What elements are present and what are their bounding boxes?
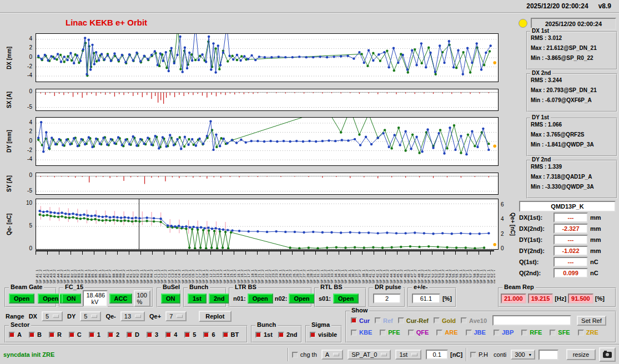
checkbox-box[interactable] [89,332,95,338]
range-qep-select[interactable]: 7 [165,311,187,321]
fc15-on-button[interactable]: ON [62,294,81,304]
sector-checkbox-b[interactable]: B [29,331,42,338]
screenshot-button[interactable] [599,347,616,362]
show-checkbox-gold[interactable]: Gold [434,317,456,324]
checkbox-box[interactable] [494,330,500,336]
show-checkbox-ave10[interactable]: Ave10 [461,317,487,324]
fc15-kv-field[interactable]: 18.486 kV [83,290,108,307]
sector-checkbox-1[interactable]: 1 [89,331,100,338]
bunch-checkbox-2nd[interactable]: 2nd [278,331,298,338]
sector-checkbox-r[interactable]: R [49,331,62,338]
ref-name-entry[interactable] [492,315,571,326]
replot-button[interactable]: Replot [199,311,231,322]
show-group-checkbox-kbe[interactable]: KBE [351,329,372,336]
show-group-checkbox-qfe[interactable]: QFE [408,329,429,336]
epem-label: e+/e- [412,284,429,290]
ph-checkbox[interactable]: P.H [470,351,488,358]
checkbox-box[interactable] [310,332,316,338]
checkbox-box[interactable] [578,330,584,336]
interval-select[interactable]: 300▾ [511,350,535,360]
fc15-percent-field[interactable]: 100 % [134,290,150,307]
checkbox-box[interactable] [470,352,476,358]
checkbox-box[interactable] [351,330,357,336]
bunch-2nd-button[interactable]: 2nd [209,294,230,304]
checkbox-box[interactable] [147,332,153,338]
checkbox-box[interactable] [436,330,442,336]
dx-2nd-label: DX 2nd [530,70,552,76]
checkbox-box[interactable] [165,332,172,338]
range-qem-select[interactable]: 13 [120,311,145,321]
range-dx-select[interactable]: 5 [42,311,63,321]
checkbox-box[interactable] [203,332,209,338]
show-checkbox-cur-ref[interactable]: Cur-Ref [398,317,429,324]
beam-gate-open1-button[interactable]: Open [9,294,34,304]
bpm-name-label: SP_B5_2 [94,255,98,284]
sector-checkbox-c[interactable]: C [69,331,82,338]
checkbox-box[interactable] [127,332,133,338]
bunch-checkbox-1st[interactable]: 1st [255,331,273,338]
checkbox-box[interactable] [434,317,440,323]
set-ref-button[interactable]: Set Ref [577,316,606,326]
show-group-checkbox-jbe[interactable]: JBE [466,329,486,336]
busel-on-button[interactable]: ON [161,294,180,304]
checkbox-box[interactable] [398,317,404,323]
blank-entry[interactable] [539,350,558,360]
sector-checkbox-2[interactable]: 2 [108,331,119,338]
show-group-checkbox-sfe[interactable]: SFE [550,329,570,336]
checkbox-label: 5 [193,331,196,338]
checkbox-box[interactable] [278,332,284,338]
show-checkbox-ref[interactable]: Ref [375,317,393,324]
checkbox-box[interactable] [351,317,357,323]
sector-checkbox-a[interactable]: A [9,331,22,338]
range-dy-select[interactable]: 5 [80,311,101,321]
checkbox-box[interactable] [408,330,414,336]
sector-checkbox-5[interactable]: 5 [184,331,196,338]
checkbox-box[interactable] [49,332,55,338]
checkbox-box[interactable] [380,330,386,336]
checkbox-box[interactable] [184,332,190,338]
sigma-checkbox-visible[interactable]: visible [310,331,337,338]
y-tick-label: 4 [501,216,504,222]
show-frame: Show CurRefCur-RefGoldAve10 Set Ref KBEP… [345,311,616,343]
camera-icon [603,352,612,358]
sector-checkbox-6[interactable]: 6 [203,331,215,338]
bpm-name-label: SP_B1_2 [67,255,70,284]
show-group-checkbox-jbp[interactable]: JBP [494,329,514,336]
bunch-select[interactable]: 1st [395,350,421,360]
bunch-1st-button[interactable]: 1st [188,294,207,304]
checkbox-box[interactable] [69,332,75,338]
show-group-checkbox-rfe[interactable]: RFE [521,329,542,336]
show-group-checkbox-are[interactable]: ARE [436,329,457,336]
show-group-checkbox-pfe[interactable]: PFE [380,329,400,336]
sector-select[interactable]: A [321,350,343,360]
checkbox-box[interactable] [461,317,467,323]
resize-button[interactable]: resize [566,349,596,360]
threshold-entry[interactable]: 0.1 [426,350,448,360]
sector-checkbox-d[interactable]: D [127,331,139,338]
checkbox-box[interactable] [466,330,472,336]
dr-pulse-field[interactable]: 2 [373,294,401,304]
checkbox-box[interactable] [108,332,114,338]
show-group-checkbox-zre[interactable]: ZRE [578,329,598,336]
n02-open-button[interactable]: Open [289,294,314,304]
fc15-acc-button[interactable]: ACC [109,294,133,304]
checkbox-box[interactable] [223,332,229,338]
checkbox-box[interactable] [29,332,35,338]
checkbox-box[interactable] [9,332,15,338]
epem-field[interactable]: 61.1 [412,294,440,304]
checkbox-box[interactable] [292,352,298,358]
sector-checkbox-4[interactable]: 4 [165,331,177,338]
show-checkbox-cur[interactable]: Cur [351,317,370,324]
checkbox-box[interactable] [550,330,556,336]
qep-axis-title: Qe+ [nC] [509,199,516,250]
chg-th-checkbox[interactable]: chg th [292,351,317,358]
n01-open-button[interactable]: Open [248,294,273,304]
checkbox-box[interactable] [521,330,527,336]
sector-checkbox-bt[interactable]: BT [223,331,239,338]
s01-open-button[interactable]: Open [333,294,359,304]
checkbox-box[interactable] [255,332,261,338]
checkbox-box[interactable] [375,317,381,323]
y-tick-label: 2 [501,231,504,237]
sector-checkbox-3[interactable]: 3 [147,331,158,338]
bpm-select[interactable]: SP_AT_0 [348,350,391,360]
